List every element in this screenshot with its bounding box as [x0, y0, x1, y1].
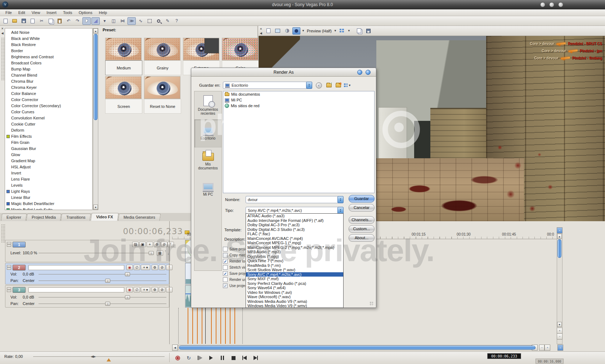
menu-insert[interactable]: Insert	[43, 10, 60, 15]
effect-item[interactable]: Levels	[5, 182, 92, 188]
guardar-button[interactable]: Guardar	[349, 195, 375, 203]
checkbox[interactable]: ✓	[223, 283, 228, 288]
checkbox[interactable]	[223, 247, 228, 251]
track-number-badge[interactable]: 3	[13, 287, 26, 293]
effect-item[interactable]: Lens Flare	[5, 176, 92, 182]
type-combo[interactable]: Sony AVC (*.mp4;*.m2ts;*.avc) ▲ ▼	[246, 207, 344, 214]
bypass-motion-blur-icon[interactable]: ▨	[132, 242, 139, 247]
normal-edit-tool-icon[interactable]	[82, 17, 91, 25]
pan-slider-handle[interactable]: |||	[105, 279, 110, 283]
vertical-scrollbar[interactable]: ▪ ▲ ▼ + −	[557, 227, 563, 344]
play-button[interactable]	[207, 355, 215, 361]
track-fx-gear-icon[interactable]: ⚙	[152, 265, 158, 270]
track-fx-gear-icon[interactable]: ⚙	[154, 242, 160, 247]
save-snapshot-icon[interactable]	[364, 27, 372, 35]
effect-item[interactable]: Magic Bullet Look Suite	[5, 207, 92, 210]
menu-tools[interactable]: Tools	[60, 10, 76, 15]
ignore-event-grouping-icon[interactable]: ◫	[109, 17, 118, 25]
effect-item[interactable]: Deform	[5, 127, 92, 133]
menu-view[interactable]: View	[28, 10, 44, 15]
place-mis-documentos[interactable]: Mis documentos	[194, 147, 221, 176]
format-option[interactable]: Windows Media Audio V9 (*.wma)	[246, 299, 343, 304]
maximize-button[interactable]	[549, 2, 554, 7]
render-option[interactable]: ✓Use project	[223, 283, 245, 288]
effect-item[interactable]: Cookie Cutter	[5, 121, 92, 127]
format-option[interactable]: MainConcept MPEG-2 (*.mpg;*.m2v;*.m2t;*.…	[246, 245, 343, 250]
track-number-badge[interactable]: 1	[13, 242, 26, 247]
effect-item[interactable]: Color Balance	[5, 91, 92, 97]
file-item[interactable]: Mis sitios de red	[223, 103, 374, 109]
pause-button[interactable]	[218, 355, 226, 361]
chevron-down-icon[interactable]: ▼	[334, 29, 337, 32]
effect-item[interactable]: Channel Blend	[5, 72, 92, 78]
effect-item[interactable]: Film Grain	[5, 140, 92, 146]
go-to-start-button[interactable]	[241, 355, 248, 361]
effect-item[interactable]: Invert	[5, 170, 92, 176]
format-option[interactable]: MainConcept AVC/AAC (*.mp4)	[246, 236, 343, 241]
place-mi-pc[interactable]: Mi PC	[194, 176, 221, 204]
about-button[interactable]: About...	[349, 234, 375, 242]
scroll-down-icon[interactable]: ▼	[93, 205, 98, 210]
pan-slider-handle[interactable]: |||	[105, 302, 110, 306]
minimize-button[interactable]	[540, 2, 545, 7]
zoom-tool-icon[interactable]: ⌂	[557, 345, 563, 351]
effect-item[interactable]: Black and White	[5, 36, 92, 42]
track-number-badge[interactable]: 2	[13, 265, 26, 270]
format-option[interactable]: Audio Interchange File Format (AIFF) (*.…	[246, 218, 343, 223]
format-option[interactable]: Sony AVC (*.mp4;*.m2ts;*.avc)	[246, 272, 343, 277]
record-arm-icon[interactable]: ◉	[126, 265, 133, 270]
menu-file[interactable]: File	[2, 10, 15, 15]
zoom-out-track-height-icon[interactable]: −	[557, 333, 563, 340]
effect-item[interactable]: Chroma Keyer	[5, 85, 92, 91]
render-option[interactable]: ✓Render loop	[223, 259, 245, 264]
video-output-fx-icon[interactable]	[292, 27, 300, 35]
render-option[interactable]: Save projec	[223, 247, 245, 251]
whats-this-help-icon[interactable]: ?	[172, 17, 181, 25]
effect-item[interactable]: Brightness and Contrast	[5, 54, 92, 60]
scroll-left-icon[interactable]: ◀	[172, 345, 178, 351]
effect-item[interactable]: Linear Blur	[5, 195, 92, 201]
scroll-down-icon[interactable]: ▼	[557, 322, 562, 327]
format-option[interactable]: Dolby Digital AC-3 Studio (*.ac3)	[246, 227, 343, 232]
channels-button[interactable]: Channels...	[349, 216, 375, 224]
zoom-out-time-icon[interactable]: −	[539, 345, 545, 351]
tab-video-fx[interactable]: Video FX	[90, 213, 118, 221]
lock-envelopes-icon[interactable]: ∿	[136, 17, 145, 25]
effect-item[interactable]: Glow	[5, 152, 92, 158]
track-header-1[interactable]: 1 ▨ ▣ + ⚙ ⊘ ! Level: 100,0 % ||| ▦ ↑ ↓	[5, 240, 169, 262]
format-option[interactable]: ATRAC Audio (*.aa3)	[246, 214, 343, 218]
rate-slider[interactable]	[33, 356, 165, 357]
preset-reset[interactable]: Reset to None	[144, 76, 181, 114]
menu-edit[interactable]: Edit	[15, 10, 28, 15]
track-size-buttons[interactable]	[7, 265, 11, 270]
track-fx-gear-icon[interactable]: ⚙	[152, 287, 158, 292]
format-option[interactable]: Windows Media Video V9 (*.wmv)	[246, 304, 343, 308]
scrollbar-thumb[interactable]	[94, 34, 98, 120]
format-option[interactable]: FLAC (*.flac)	[246, 232, 343, 236]
pan-slider[interactable]	[39, 304, 166, 304]
pen-tool-icon[interactable]: ✎	[163, 17, 172, 25]
track-size-buttons[interactable]	[7, 287, 11, 292]
invert-phase-icon[interactable]: ∅	[134, 287, 140, 292]
track-header-2[interactable]: 2 ◉ ∅ + ▾ ⚙ ⊘ ! Vol: 0,0 dB ||| Pan: Cen…	[5, 263, 169, 285]
format-option[interactable]: Sony MXF (*.mxf)	[246, 277, 343, 281]
combo-spinner-icon[interactable]: ▲ ▼	[337, 207, 344, 214]
scroll-up-icon[interactable]: ▲	[557, 234, 562, 239]
selection-tool-icon[interactable]	[145, 17, 154, 25]
horizontal-scrollbar[interactable]: ◀ ▶ − + ⌂	[172, 344, 563, 351]
close-button[interactable]	[558, 2, 563, 7]
preview-quality-dropdown[interactable]: Preview (Half)	[306, 29, 332, 33]
make-compositing-child-icon[interactable]: ↓	[167, 252, 169, 255]
vol-slider[interactable]	[39, 297, 166, 297]
level-slider-handle[interactable]: |||	[149, 251, 154, 255]
resize-grip[interactable]	[369, 301, 374, 306]
pan-type-icon[interactable]: + ▾	[141, 287, 150, 292]
render-option[interactable]: Render usin	[223, 277, 245, 282]
effect-item[interactable]: Gradient Map	[5, 158, 92, 164]
mute-icon[interactable]: ⊘	[161, 242, 167, 247]
format-option[interactable]: MP3 Audio (*.mp3)	[246, 250, 343, 254]
effect-item[interactable]: Convolution Kernel	[5, 115, 92, 121]
dialog-title-bar[interactable]: Render As	[191, 68, 376, 77]
split-screen-view-icon[interactable]	[283, 27, 291, 35]
safe-areas-grid-icon[interactable]	[338, 27, 346, 35]
